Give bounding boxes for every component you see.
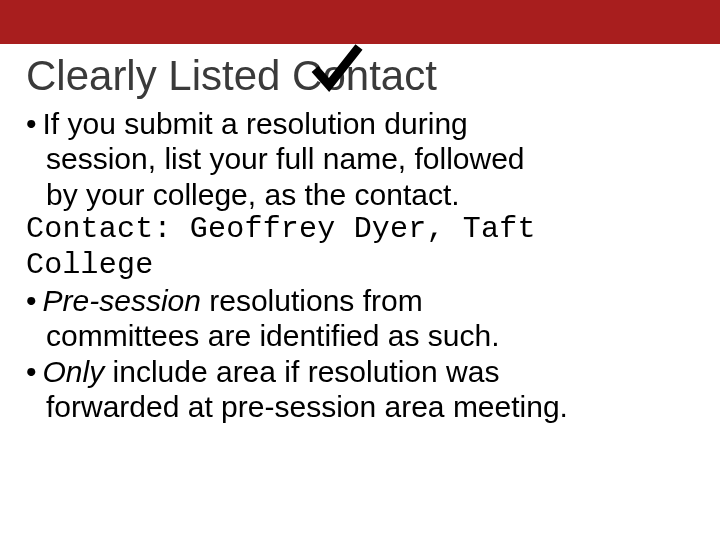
b3-emph: Only [43, 355, 105, 388]
bullet-3-text: Only include area if resolution was [43, 354, 700, 389]
bullet-dot: • [26, 106, 43, 141]
bullet-1: • If you submit a resolution during [26, 106, 700, 141]
b2-rest1: resolutions from [201, 284, 423, 317]
bullet-1-text: If you submit a resolution during [43, 106, 700, 141]
b1-line3: by your college, as the contact. [26, 177, 700, 212]
bullet-dot: • [26, 354, 43, 389]
bullet-dot: • [26, 283, 43, 318]
b2-line2: committees are identified as such. [26, 318, 700, 353]
bullet-2-text: Pre-session resolutions from [43, 283, 700, 318]
contact-line1: Contact: Geoffrey Dyer, Taft [26, 212, 700, 247]
slide-body: • If you submit a resolution during sess… [0, 104, 720, 425]
bullet-2: • Pre-session resolutions from [26, 283, 700, 318]
b3-line2: forwarded at pre-session area meeting. [26, 389, 700, 424]
b1-line1: If you submit a resolution during [43, 107, 468, 140]
b2-emph: Pre-session [43, 284, 201, 317]
top-accent-bar [0, 0, 720, 44]
b3-rest1: include area if resolution was [104, 355, 499, 388]
slide-title: Clearly Listed Contact [0, 44, 720, 104]
title-text: Clearly Listed Contact [26, 52, 437, 99]
contact-line2: College [26, 248, 700, 283]
b1-line2: session, list your full name, followed [26, 141, 700, 176]
bullet-3: • Only include area if resolution was [26, 354, 700, 389]
